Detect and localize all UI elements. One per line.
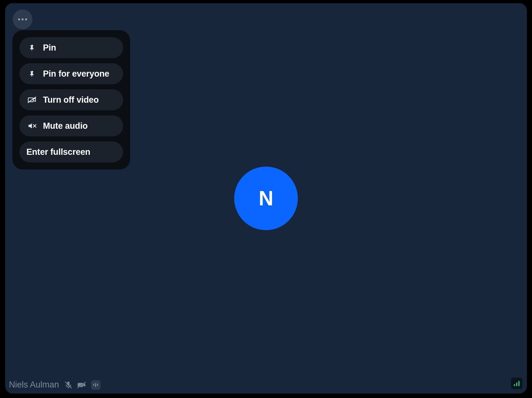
participant-name: Niels Aulman [9,380,59,390]
connection-quality-indicator[interactable] [511,378,522,389]
context-menu: Pin Pin for everyone T [12,30,130,169]
menu-item-pin-everyone[interactable]: Pin for everyone [19,63,123,84]
svg-rect-0 [28,98,33,102]
status-icons [64,380,101,390]
menu-item-label: Pin [43,43,56,53]
menu-item-label: Pin for everyone [43,69,109,79]
participant-avatar: N [234,167,298,230]
pin-icon [28,70,37,78]
menu-item-mute-audio[interactable]: Mute audio [19,115,123,136]
menu-item-enter-fullscreen[interactable]: Enter fullscreen [19,141,123,162]
mic-muted-icon [64,381,73,389]
video-tile[interactable]: Pin Pin for everyone T [5,3,527,394]
menu-item-pin[interactable]: Pin [19,37,123,58]
menu-item-label: Enter fullscreen [26,147,90,157]
more-options-button[interactable] [13,10,32,29]
pin-icon [28,44,37,52]
more-icon [18,18,20,20]
app-stage: Pin Pin for everyone T [0,0,532,398]
menu-item-label: Mute audio [43,121,88,131]
menu-item-turn-off-video[interactable]: Turn off video [19,89,123,110]
mute-icon [28,122,37,130]
avatar-initial: N [259,187,273,210]
more-icon [22,18,24,20]
audio-level-indicator [91,380,101,390]
camera-off-icon [77,381,87,388]
more-icon [25,18,27,20]
participant-info-bar: Niels Aulman [9,380,101,390]
video-off-icon [28,96,37,104]
menu-item-label: Turn off video [43,95,99,105]
